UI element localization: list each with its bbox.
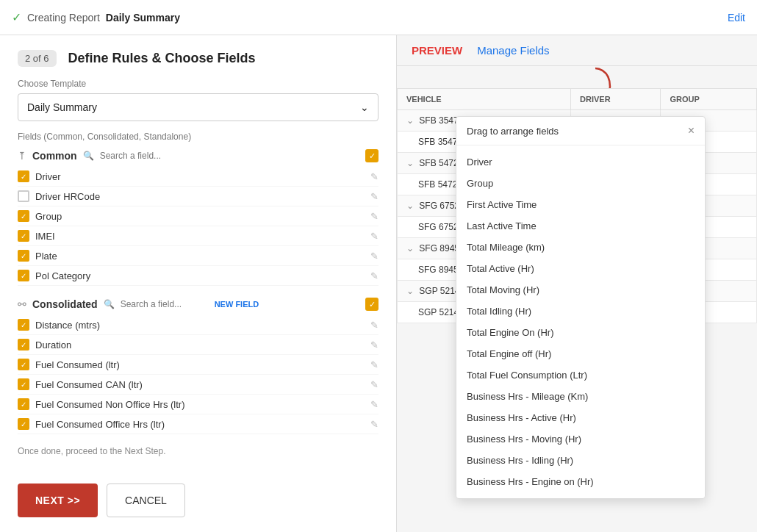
expand-icon[interactable]: ⌄ [406, 201, 414, 211]
field-checkbox-pol[interactable]: ✓ [18, 270, 29, 281]
check-icon: ✓ [12, 10, 21, 24]
common-section-checkbox[interactable]: ✓ [365, 149, 378, 162]
template-dropdown[interactable]: Daily Summary ⌄ [18, 93, 378, 121]
list-item[interactable]: Group [456, 173, 705, 194]
preview-header: PREVIEW Manage Fields [397, 35, 757, 66]
field-checkbox-plate[interactable]: ✓ [18, 250, 29, 262]
step-title: Define Rules & Choose Fields [68, 51, 256, 66]
edit-icon-fuel-can[interactable]: ✎ [370, 379, 378, 390]
bottom-actions: NEXT >> CANCEL [18, 484, 378, 517]
hint-text: Once done, proceed to the Next Step. [18, 446, 378, 456]
common-fields-items: ✓ Driver ✎ Driver HRCode ✎ ✓ Group ✎ [18, 167, 378, 286]
edit-button[interactable]: Edit [728, 12, 745, 24]
list-item: ✓ Distance (mtrs) ✎ [18, 315, 378, 335]
expand-icon[interactable]: ⌄ [406, 243, 414, 254]
field-checkbox-fuel-non-office[interactable]: ✓ [18, 398, 29, 410]
edit-icon-plate[interactable]: ✎ [370, 251, 378, 262]
list-item[interactable]: Total Engine On (Hr) [456, 322, 705, 343]
list-item: ✓ Fuel Consumed CAN (ltr) ✎ [18, 375, 378, 395]
common-search-input[interactable] [100, 151, 188, 161]
field-name-driver: Driver [35, 171, 365, 182]
field-name-driver-hrcode: Driver HRCode [35, 191, 365, 202]
consolidated-search-icon: 🔍 [104, 299, 115, 309]
edit-icon-fuel-office[interactable]: ✎ [370, 419, 378, 430]
field-name-fuel: Fuel Consumed (ltr) [35, 359, 365, 370]
manage-fields-button[interactable]: Manage Fields [477, 44, 549, 57]
field-name-pol: Pol Category [35, 270, 365, 281]
edit-icon-pol[interactable]: ✎ [370, 270, 378, 281]
step-indicator: 2 of 6 Define Rules & Choose Fields [18, 50, 378, 67]
list-item[interactable]: Total Engine off (Hr) [456, 343, 705, 364]
list-item: ✓ Driver ✎ [18, 167, 378, 187]
consolidated-section-name: Consolidated [32, 298, 98, 310]
drag-popup-close-button[interactable]: × [688, 124, 695, 137]
field-name-group: Group [35, 211, 365, 222]
edit-icon-fuel[interactable]: ✎ [370, 359, 378, 370]
expand-icon[interactable]: ⌄ [406, 286, 414, 296]
consolidated-section-checkbox[interactable]: ✓ [365, 298, 378, 311]
edit-icon-duration[interactable]: ✎ [370, 339, 378, 351]
list-item: ✓ Fuel Consumed Office Hrs (ltr) ✎ [18, 414, 378, 434]
drag-popup: Drag to arrange fields × Driver Group Fi… [456, 116, 706, 499]
consolidated-search-input[interactable] [121, 299, 209, 309]
list-item[interactable]: Business Hrs - Moving (Hr) [456, 428, 705, 450]
list-item[interactable]: Last Active Time [456, 215, 705, 237]
edit-icon-fuel-non-office[interactable]: ✎ [370, 399, 378, 410]
list-item[interactable]: Total Idling (Hr) [456, 301, 705, 322]
drag-popup-list: Driver Group First Active Time Last Acti… [456, 145, 705, 498]
list-item[interactable]: Business Hrs - Engine off (Hr) [456, 492, 705, 498]
list-item: ✓ IMEI ✎ [18, 226, 378, 246]
list-item[interactable]: Total Active (Hr) [456, 258, 705, 279]
list-item[interactable]: Total Fuel Consumption (Ltr) [456, 364, 705, 386]
cancel-button[interactable]: CANCEL [107, 484, 185, 517]
field-checkbox-duration[interactable]: ✓ [18, 339, 29, 351]
new-field-button[interactable]: NEW FIELD [215, 300, 259, 309]
field-checkbox-fuel-can[interactable]: ✓ [18, 378, 29, 390]
list-item[interactable]: Business Hrs - Engine on (Hr) [456, 471, 705, 492]
consolidated-fields-items: ✓ Distance (mtrs) ✎ ✓ Duration ✎ ✓ Fuel … [18, 315, 378, 434]
edit-icon-group[interactable]: ✎ [370, 211, 378, 222]
field-checkbox-group[interactable]: ✓ [18, 210, 29, 222]
report-title: Daily Summary [106, 12, 180, 24]
list-item[interactable]: Business Hrs - Active (Hr) [456, 407, 705, 428]
edit-icon-driver-hrcode[interactable]: ✎ [370, 191, 378, 202]
header: ✓ Creating Report Daily Summary Edit [0, 0, 757, 35]
col-vehicle: VEHICLE [398, 89, 571, 110]
next-button[interactable]: NEXT >> [18, 484, 98, 517]
edit-icon-driver[interactable]: ✎ [370, 171, 378, 182]
left-panel: 2 of 6 Define Rules & Choose Fields Choo… [0, 35, 397, 532]
field-checkbox-driver-hrcode[interactable] [18, 190, 29, 202]
field-checkbox-imei[interactable]: ✓ [18, 230, 29, 242]
common-section-icon: ⤒ [18, 150, 26, 162]
main-layout: 2 of 6 Define Rules & Choose Fields Choo… [0, 35, 757, 532]
consolidated-section-icon: ⚯ [18, 298, 26, 310]
field-name-duration: Duration [35, 339, 365, 351]
expand-icon[interactable]: ⌄ [406, 158, 414, 168]
edit-icon-imei[interactable]: ✎ [370, 231, 378, 242]
field-checkbox-driver[interactable]: ✓ [18, 170, 29, 182]
field-name-distance: Distance (mtrs) [35, 320, 365, 331]
drag-popup-title: Drag to arrange fields [467, 126, 559, 137]
field-name-fuel-non-office: Fuel Consumed Non Office Hrs (ltr) [35, 399, 365, 410]
list-item[interactable]: Business Hrs - Idling (Hr) [456, 450, 705, 471]
list-item[interactable]: Business Hrs - Mileage (Km) [456, 386, 705, 407]
list-item[interactable]: Total Mileage (km) [456, 237, 705, 258]
list-item: Driver HRCode ✎ [18, 187, 378, 206]
list-item: ✓ Duration ✎ [18, 335, 378, 355]
drag-popup-header: Drag to arrange fields × [456, 117, 705, 145]
list-item[interactable]: Total Moving (Hr) [456, 279, 705, 301]
consolidated-fields-list: ✓ Distance (mtrs) ✎ ✓ Duration ✎ ✓ Fuel … [18, 315, 378, 434]
field-checkbox-fuel[interactable]: ✓ [18, 359, 29, 370]
fields-label: Fields (Common, Consolidated, Standalone… [18, 132, 378, 142]
step-badge: 2 of 6 [18, 50, 57, 67]
field-checkbox-fuel-office[interactable]: ✓ [18, 418, 29, 430]
field-checkbox-distance[interactable]: ✓ [18, 319, 29, 331]
preview-label[interactable]: PREVIEW [412, 44, 462, 57]
right-panel: PREVIEW Manage Fields VEHICLE DRIVER [397, 35, 757, 532]
expand-icon[interactable]: ⌄ [406, 115, 414, 126]
list-item[interactable]: First Active Time [456, 194, 705, 215]
edit-icon-distance[interactable]: ✎ [370, 320, 378, 331]
list-item[interactable]: Driver [456, 151, 705, 173]
creating-report-label: Creating Report [27, 12, 100, 24]
list-item: ✓ Fuel Consumed Non Office Hrs (ltr) ✎ [18, 395, 378, 414]
